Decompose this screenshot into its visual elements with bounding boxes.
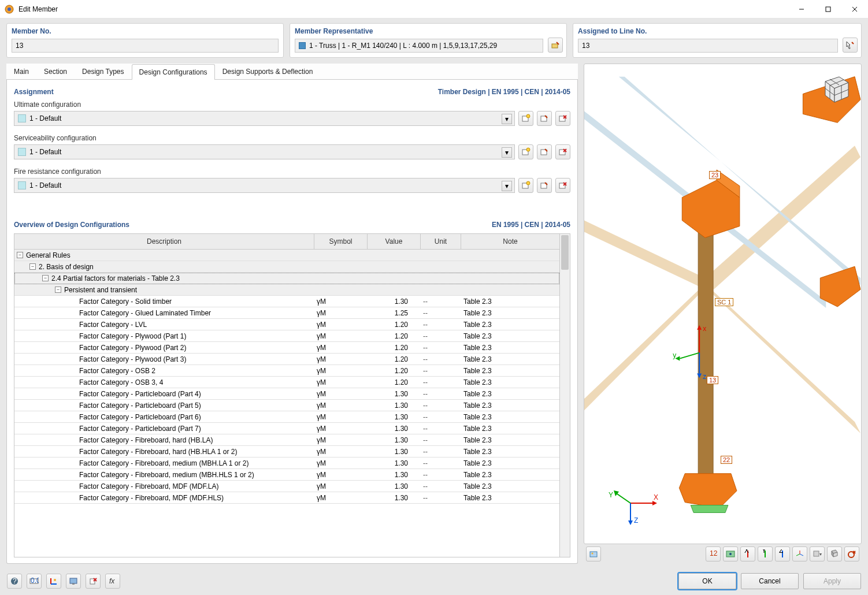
config-new-button[interactable] — [518, 178, 533, 193]
config-edit-button[interactable] — [537, 178, 552, 193]
table-row[interactable]: Factor Category - Particleboard (Part 4)… — [14, 388, 559, 400]
svg-marker-58 — [652, 501, 657, 505]
row-symbol: γM — [314, 471, 368, 479]
clear-button[interactable] — [86, 574, 101, 589]
display-button[interactable] — [66, 574, 81, 589]
row-note: Table 2.3 — [461, 321, 559, 329]
view-x-button[interactable]: X — [740, 546, 755, 561]
table-row[interactable]: Factor Category - Solid timberγM1.30--Ta… — [14, 296, 559, 307]
config-edit-button[interactable] — [537, 111, 552, 126]
config-new-button[interactable] — [518, 144, 533, 159]
3d-view[interactable]: x y z 23 SC 1 13 22 — [584, 64, 862, 544]
col-note[interactable]: Note — [461, 234, 559, 249]
member-representative-edit-button[interactable] — [548, 38, 563, 53]
row-symbol: γM — [314, 332, 368, 340]
table-row[interactable]: Factor Category - Particleboard (Part 6)… — [14, 411, 559, 423]
row-description: Factor Category - Glued Laminated Timber — [79, 309, 211, 317]
row-value: 1.20 — [368, 355, 421, 363]
config-delete-button[interactable] — [555, 111, 570, 126]
vertical-scrollbar[interactable] — [559, 234, 570, 557]
table-row[interactable]: Factor Category - Particleboard (Part 7)… — [14, 423, 559, 434]
cancel-button[interactable]: Cancel — [741, 573, 799, 589]
serviceability-config-select[interactable]: 1 - Default ▾ — [14, 144, 515, 159]
table-row[interactable]: Factor Category - Fibreboard, medium (MB… — [14, 458, 559, 469]
collapse-icon[interactable]: − — [29, 263, 36, 270]
col-description[interactable]: Description — [14, 234, 314, 249]
ultimate-config-value: 1 - Default — [29, 114, 61, 122]
table-row[interactable]: Factor Category - Fibreboard, hard (HB.H… — [14, 446, 559, 458]
col-unit[interactable]: Unit — [421, 234, 461, 249]
member-representative-value: 1 - Truss | 1 - R_M1 140/240 | L : 4.000… — [309, 42, 497, 50]
row-unit: -- — [421, 378, 461, 386]
table-group-row[interactable]: −2.4 Partial factors for materials - Tab… — [14, 273, 559, 284]
view-z-button[interactable]: Z — [775, 546, 790, 561]
table-row[interactable]: Factor Category - Fibreboard, MDF (MDF.L… — [14, 481, 559, 492]
ultimate-config-label: Ultimate configuration — [14, 101, 570, 109]
row-description: Factor Category - Plywood (Part 1) — [79, 332, 186, 340]
collapse-icon[interactable]: − — [17, 252, 23, 258]
col-value[interactable]: Value — [368, 234, 421, 249]
view-axo-button[interactable] — [792, 546, 807, 561]
units-button[interactable]: 0.00 — [27, 574, 42, 589]
view-display-button[interactable] — [723, 546, 738, 561]
member-no-input[interactable]: 13 — [12, 39, 279, 53]
tab-section[interactable]: Section — [36, 64, 75, 79]
member-info-button[interactable] — [46, 574, 61, 589]
close-button[interactable] — [841, 0, 868, 18]
apply-button[interactable]: Apply — [803, 573, 861, 589]
chevron-down-icon[interactable]: ▾ — [502, 181, 512, 191]
config-edit-button[interactable] — [537, 144, 552, 159]
tab-main[interactable]: Main — [6, 64, 36, 79]
view-dropdown-1[interactable] — [810, 546, 825, 561]
group-label: Persistent and transient — [64, 286, 137, 294]
tab-design-configurations[interactable]: Design Configurations — [132, 64, 215, 80]
svg-text:Z: Z — [779, 549, 783, 555]
table-row[interactable]: Factor Category - Plywood (Part 2)γM1.20… — [14, 342, 559, 354]
config-delete-button[interactable] — [555, 178, 570, 193]
table-group-row[interactable]: −General Rules — [14, 250, 559, 261]
help-button[interactable]: ? — [7, 574, 22, 589]
apply-label: Apply — [824, 577, 841, 585]
view-dropdown-2[interactable] — [827, 546, 842, 561]
ultimate-config-select[interactable]: 1 - Default ▾ — [14, 111, 515, 126]
collapse-icon[interactable]: − — [55, 287, 61, 293]
table-row[interactable]: Factor Category - Glued Laminated Timber… — [14, 307, 559, 319]
view-numbers-button[interactable]: 123 — [706, 546, 721, 561]
row-description: Factor Category - Fibreboard, MDF (MDF.H… — [79, 494, 224, 502]
table-row[interactable]: Factor Category - Particleboard (Part 5)… — [14, 400, 559, 411]
view-reset-button[interactable] — [844, 546, 859, 561]
assigned-line-input[interactable]: 13 — [578, 39, 838, 53]
svg-text:0.00: 0.00 — [31, 577, 39, 585]
tab-design-supports-deflection[interactable]: Design Supports & Deflection — [215, 64, 321, 79]
assigned-line-pick-button[interactable] — [843, 38, 858, 53]
member-representative-input[interactable]: 1 - Truss | 1 - R_M1 140/240 | L : 4.000… — [295, 39, 543, 53]
table-row[interactable]: Factor Category - Plywood (Part 1)γM1.20… — [14, 330, 559, 342]
config-delete-button[interactable] — [555, 144, 570, 159]
maximize-button[interactable] — [815, 0, 841, 18]
table-row[interactable]: Factor Category - Plywood (Part 3)γM1.20… — [14, 354, 559, 365]
chevron-down-icon[interactable]: ▾ — [502, 114, 512, 124]
navigation-cube[interactable] — [816, 70, 853, 107]
table-row[interactable]: Factor Category - Fibreboard, MDF (MDF.H… — [14, 492, 559, 504]
function-button[interactable]: fx — [105, 574, 120, 589]
ok-button[interactable]: OK — [678, 573, 736, 589]
table-group-row[interactable]: −2. Basis of design — [14, 261, 559, 273]
view-render-mode-button[interactable] — [586, 546, 601, 561]
config-new-button[interactable] — [518, 111, 533, 126]
collapse-icon[interactable]: − — [42, 275, 49, 281]
fire-config-value: 1 - Default — [29, 181, 61, 189]
table-row[interactable]: Factor Category - OSB 3, 4γM1.20--Table … — [14, 377, 559, 388]
view-y-button[interactable]: Y — [758, 546, 773, 561]
fire-config-select[interactable]: 1 - Default ▾ — [14, 178, 515, 193]
chevron-down-icon[interactable]: ▾ — [502, 147, 512, 158]
tab-design-types[interactable]: Design Types — [75, 64, 132, 79]
minimize-button[interactable] — [788, 0, 815, 18]
table-row[interactable]: Factor Category - OSB 2γM1.20--Table 2.3 — [14, 365, 559, 377]
table-group-row[interactable]: −Persistent and transient — [14, 284, 559, 296]
table-row[interactable]: Factor Category - Fibreboard, medium (MB… — [14, 469, 559, 481]
col-symbol[interactable]: Symbol — [314, 234, 368, 249]
svg-marker-35 — [679, 474, 737, 508]
table-row[interactable]: Factor Category - LVLγM1.20--Table 2.3 — [14, 319, 559, 330]
scrollbar-thumb[interactable] — [561, 235, 569, 270]
table-row[interactable]: Factor Category - Fibreboard, hard (HB.L… — [14, 434, 559, 446]
